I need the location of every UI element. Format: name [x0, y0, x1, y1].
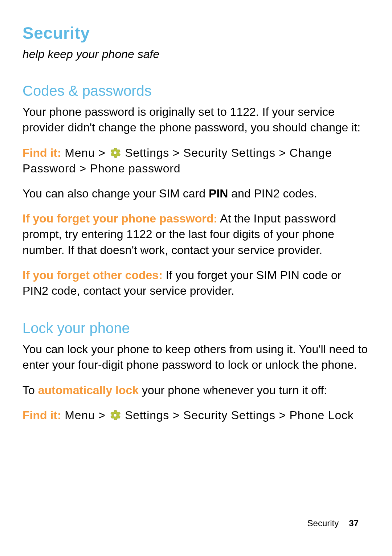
- forgot-password-b: prompt, try entering 1122 or the last fo…: [23, 228, 334, 256]
- path-post: Settings > Security Settings > Phone Loc…: [121, 409, 354, 422]
- auto-lock-pre: To: [23, 384, 38, 397]
- lock-intro: You can lock your phone to keep others f…: [23, 342, 370, 373]
- gear-icon: [110, 147, 121, 158]
- forgot-password-a: At the: [217, 212, 254, 225]
- forgot-other-label: If you forget other codes:: [23, 269, 163, 282]
- auto-lock-label: automatically lock: [38, 384, 139, 397]
- auto-lock-paragraph: To automatically lock your phone wheneve…: [23, 383, 370, 398]
- page-footer: Security37: [307, 518, 359, 529]
- forgot-password-label: If you forget your phone password:: [23, 212, 217, 225]
- heading-codes-passwords: Codes & passwords: [23, 81, 370, 101]
- find-it-phone-lock: Find it: Menu > Settings > Security Sett…: [23, 408, 370, 423]
- footer-section: Security: [307, 518, 339, 528]
- footer-page-number: 37: [349, 518, 359, 528]
- gear-icon: [110, 409, 121, 420]
- manual-page: Security help keep your phone safe Codes…: [0, 0, 392, 556]
- heading-lock-your-phone: Lock your phone: [23, 318, 370, 338]
- forgot-other-paragraph: If you forget other codes: If you forget…: [23, 267, 370, 299]
- codes-intro: Your phone password is originally set to…: [23, 104, 370, 135]
- find-it-change-password: Find it: Menu > Settings > Security Sett…: [23, 145, 370, 176]
- spacer: [23, 308, 370, 318]
- sim-pin-post: and PIN2 codes.: [228, 187, 317, 200]
- find-it-label: Find it:: [23, 146, 61, 159]
- section-title: Security: [23, 22, 370, 44]
- input-password-prompt: Input password: [254, 212, 336, 225]
- auto-lock-post: your phone whenever you turn it off:: [139, 384, 327, 397]
- sim-pin-pre: You can also change your SIM card: [23, 187, 209, 200]
- forgot-password-paragraph: If you forget your phone password: At th…: [23, 211, 370, 258]
- path-pre: Menu >: [61, 146, 109, 159]
- sim-pin-bold: PIN: [209, 187, 228, 200]
- path-pre: Menu >: [61, 409, 109, 422]
- section-subtitle: help keep your phone safe: [23, 46, 370, 62]
- sim-pin-line: You can also change your SIM card PIN an…: [23, 186, 370, 201]
- find-it-label: Find it:: [23, 409, 61, 422]
